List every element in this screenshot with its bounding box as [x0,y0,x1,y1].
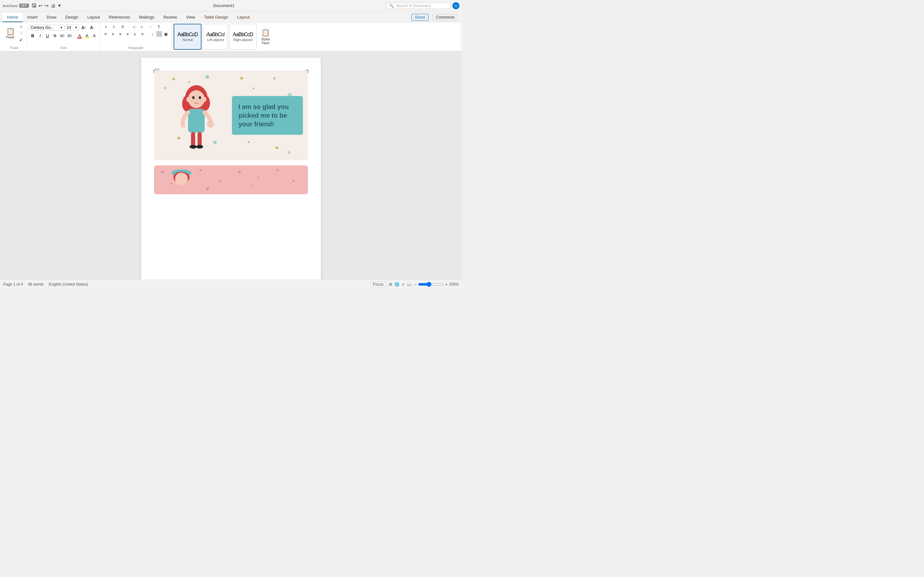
svg-point-7 [192,100,193,102]
font-shrink-button[interactable]: A- [88,24,96,31]
tab-draw[interactable]: Draw [42,13,61,22]
tab-mailings[interactable]: Mailings [135,13,159,22]
tab-insert[interactable]: Insert [23,13,42,22]
tab-layout[interactable]: Layout [83,13,104,22]
styles-pane-icon: 📋 [261,29,270,37]
align-justify-button[interactable]: ≡ [124,31,131,37]
autosave-control[interactable]: AutoSave OFF [3,3,29,8]
font-group-label: Font [29,46,98,50]
copy-button[interactable]: 📄 [17,30,25,36]
view-options-icon[interactable]: ⊞ [389,282,392,287]
superscript-button[interactable]: X2 [66,32,73,39]
comments-button[interactable]: Comments [433,14,458,21]
tab-view[interactable]: View [182,13,200,22]
font-name-selector[interactable]: Century Go... ▼ [29,25,65,31]
zoom-slider[interactable] [418,282,444,287]
search-placeholder: Search in Document [396,3,431,8]
borders-button[interactable]: ▦ [162,31,170,37]
decor-star-7: ★ [275,145,279,151]
share-button[interactable]: Share [411,14,429,21]
highlight-color-button[interactable]: A [83,32,90,39]
document-area: + ★ ★ ★ ★ ★ ★ ★ ★ [0,51,462,279]
multilevel-list-button[interactable]: ☰ [119,24,126,30]
svg-point-16 [196,145,203,148]
outline-icon[interactable]: ≡ [402,282,404,287]
girl2-svg [164,167,202,194]
zoom-in-button[interactable]: + [445,282,447,287]
tab-table-layout[interactable]: Layout [233,13,254,22]
sort-button[interactable]: ↕ [147,24,154,30]
style-normal[interactable]: AaBbCcD Normal [174,24,202,50]
tab-design[interactable]: Design [61,13,83,22]
focus-button[interactable]: Focus [370,282,386,287]
line-spacing-button[interactable]: ↕ [149,31,156,37]
print-icon[interactable]: 🖨 [51,3,55,8]
decor-dot-5 [273,77,276,80]
increase-indent-button[interactable]: ▷ [138,24,146,30]
subscript-button[interactable]: X2 [59,32,66,39]
align-left-button[interactable]: ≡ [102,31,109,37]
decor-star-5: ★ [239,75,244,81]
status-bar: Page 1 of 4 96 words English (United Sta… [0,279,462,288]
bullets-button[interactable]: ≡ [102,24,110,30]
autosave-state[interactable]: OFF [19,3,29,8]
style-right-aligned[interactable]: AaBbCcD Right-aligned [229,24,256,50]
distributed-button[interactable]: ≡ [139,31,146,37]
read-mode-icon[interactable]: 📖 [407,282,412,287]
tab-review[interactable]: Review [159,13,182,22]
card1-text-box: I am so glad you picked me to be your fr… [232,96,303,135]
font-name-dropdown-icon: ▼ [60,26,63,29]
page-info: Page 1 of 4 [3,282,23,287]
font-size-selector[interactable]: 14 ▼ [65,25,79,31]
paste-button[interactable]: 📋 Paste [3,26,17,41]
svg-point-12 [208,121,213,127]
bold-button[interactable]: B [29,32,36,39]
title-bar: AutoSave OFF 🖫 ↩ ↪ 🖨 ▼ Document1 🔍 Searc… [0,0,462,11]
tab-home[interactable]: Home [3,13,23,22]
show-formatting-button[interactable]: ¶ [155,24,163,30]
paragraph-group: ≡ 1. ☰ ◁ ▷ ↕ ¶ ≡ ≡ ≡ ≡ ⫿ ≡ ↕ ▦ Paragraph [100,23,172,51]
user-avatar[interactable]: U [452,2,459,9]
align-right-button[interactable]: ≡ [117,31,124,37]
font-group: Century Go... ▼ 14 ▼ A+ A- B I U S X2 X2… [27,23,100,51]
svg-point-10 [201,100,202,101]
svg-point-9 [200,100,202,102]
tab-references[interactable]: References [104,13,134,22]
svg-rect-13 [191,132,195,147]
align-center-button[interactable]: ≡ [110,31,116,37]
zoom-out-button[interactable]: − [414,282,417,287]
style-right-label: Right-aligned [234,38,252,42]
style-left-preview: AaBbCcI [206,32,224,37]
search-box[interactable]: 🔍 Search in Document [386,3,451,9]
decrease-indent-button[interactable]: ◁ [130,24,137,30]
numbering-button[interactable]: 1. [110,24,118,30]
customize-icon[interactable]: ▼ [57,3,61,8]
underline-button[interactable]: U [44,32,51,39]
strikethrough-button[interactable]: S [51,32,58,39]
save-icon[interactable]: 🖫 [31,3,37,9]
svg-rect-11 [188,109,205,133]
shading-button[interactable] [156,31,162,37]
ribbon-tabs: Home Insert Draw Design Layout Reference… [0,11,462,23]
column-layout-button[interactable]: ⫿ [132,31,139,37]
tab-table-design[interactable]: Table Design [200,13,233,22]
cut-button[interactable]: ✂ [17,24,25,30]
text-effects-button[interactable]: A [91,32,98,39]
undo-icon[interactable]: ↩ [39,3,43,9]
font-grow-button[interactable]: A+ [80,24,87,31]
svg-point-4 [192,96,194,99]
svg-point-8 [191,100,192,101]
format-painter-button[interactable]: 🖌 [17,37,25,43]
styles-pane-button[interactable]: 📋 StylesPane [258,24,273,50]
titlebar-right: 🔍 Search in Document U [386,2,459,9]
font-color-button[interactable]: A [76,32,83,39]
clipboard-group: 📋 Paste ✂ 📄 🖌 Paste [1,23,27,51]
svg-point-6 [196,99,197,101]
search-icon: 🔍 [389,3,394,8]
redo-icon[interactable]: ↪ [45,3,49,9]
italic-button[interactable]: I [37,32,44,39]
card2-girl [164,167,202,194]
web-layout-icon[interactable]: 🌐 [395,282,399,287]
svg-point-15 [190,145,197,148]
style-left-aligned[interactable]: AaBbCcI Left-aligned [203,24,228,50]
